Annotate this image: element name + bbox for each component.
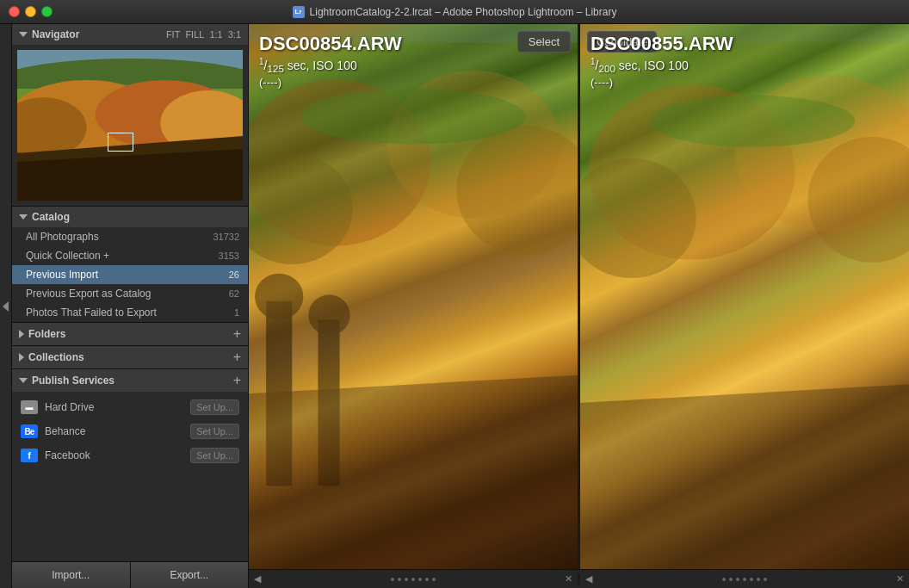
navigator-collapse-icon (19, 32, 28, 37)
left-rating: (----) (259, 76, 567, 89)
filmstrip-dot (418, 578, 422, 581)
filmstrip-left-scroll-left[interactable]: ◀ (254, 573, 261, 585)
nav-landscape-bg (17, 50, 243, 201)
collections-collapse-icon (19, 353, 24, 362)
behance-icon: Be (21, 424, 38, 438)
catalog-item-name: Photos That Failed to Export (26, 306, 234, 319)
catalog-item-name: Previous Import (26, 269, 229, 281)
left-exp-denom: 125 (267, 64, 283, 75)
catalog-item-count: 26 (229, 269, 239, 280)
publish-services-header[interactable]: Publish Services + (12, 369, 248, 392)
filmstrip-left-close[interactable]: ✕ (565, 573, 572, 585)
filmstrip-dot (729, 578, 733, 581)
filmstrip-dot (405, 578, 408, 581)
zoom-fill[interactable]: FILL (185, 29, 204, 40)
svg-point-13 (456, 126, 578, 255)
zoom-1-1[interactable]: 1:1 (209, 29, 222, 40)
filmstrip-dot (743, 578, 746, 581)
right-exp-denom: 200 (598, 64, 615, 75)
catalog-label: Catalog (32, 211, 70, 223)
navigator-header[interactable]: Navigator FIT FILL 1:1 3:1 (12, 24, 248, 45)
filmstrip-dot (425, 578, 429, 581)
collections-add-button[interactable]: + (233, 350, 241, 364)
navigator-label: Navigator (32, 28, 79, 40)
publish-item-left: f Facebook (21, 449, 90, 462)
filmstrip-dot (722, 578, 726, 581)
main-content: Select DSC00854.ARW 1/125 sec, ISO 100 (… (249, 24, 909, 588)
publish-add-button[interactable]: + (233, 374, 241, 387)
svg-point-24 (807, 137, 909, 263)
titlebar: Lr LightroomCatalog-2-2.lrcat – Adobe Ph… (0, 0, 909, 24)
svg-point-14 (300, 89, 525, 144)
zoom-fit[interactable]: FIT (166, 29, 181, 40)
catalog-item-prev-export[interactable]: Previous Export as Catalog 62 (12, 284, 248, 303)
right-exp-num: 1 (591, 57, 596, 66)
minimize-button[interactable] (25, 6, 36, 17)
hard-drive-setup-button[interactable]: Set Up... (190, 399, 239, 415)
svg-rect-17 (318, 319, 339, 486)
filmstrip-right: ◀ ✕ (580, 573, 909, 585)
publish-items: ▬ Hard Drive Set Up... Be Behance Set Up… (12, 392, 248, 471)
left-exposure: 1/125 sec, ISO 100 (259, 57, 567, 74)
catalog-item-quick-collection[interactable]: Quick Collection + 3153 (12, 246, 248, 265)
publish-item-name: Hard Drive (45, 401, 94, 413)
export-button[interactable]: Export... (131, 562, 249, 588)
facebook-setup-button[interactable]: Set Up... (190, 448, 239, 463)
left-exp-num: 1 (259, 57, 264, 66)
catalog-item-all-photos[interactable]: All Photographs 31732 (12, 227, 248, 246)
filmstrip-right-scroll-left[interactable]: ◀ (585, 573, 592, 585)
publish-item-behance[interactable]: Be Behance Set Up... (12, 419, 248, 443)
compare-view: Select DSC00854.ARW 1/125 sec, ISO 100 (… (249, 24, 909, 569)
filmstrip-left: ◀ ✕ (249, 573, 580, 585)
svg-rect-15 (266, 301, 292, 486)
folders-add-button[interactable]: + (233, 327, 241, 341)
catalog-item-count: 62 (229, 288, 239, 299)
folders-collapse-icon (19, 330, 24, 338)
navigator-zoom-options[interactable]: FIT FILL 1:1 3:1 (166, 29, 241, 40)
maximize-button[interactable] (41, 6, 53, 17)
filmstrip: ◀ ✕ ◀ (249, 569, 909, 588)
folders-header[interactable]: Folders + (12, 323, 248, 345)
publish-collapse-icon (19, 378, 28, 383)
photo-right-svg (580, 24, 909, 569)
folders-section: Folders + (12, 323, 248, 346)
zoom-3-1[interactable]: 3:1 (228, 29, 241, 40)
photo-panel-right: Candidate DSC00855.ARW 1/200 sec, ISO 10… (580, 24, 909, 569)
import-button[interactable]: Import... (12, 562, 131, 588)
close-button[interactable] (9, 6, 20, 17)
svg-point-12 (249, 153, 353, 264)
filmstrip-dot (411, 578, 415, 581)
navigator-preview (12, 45, 248, 206)
catalog-item-name: All Photographs (26, 231, 213, 243)
photo-left-background (249, 24, 578, 569)
right-exp-unit: sec, ISO 100 (619, 59, 689, 72)
catalog-item-failed-export[interactable]: Photos That Failed to Export 1 (12, 303, 248, 322)
publish-item-facebook[interactable]: f Facebook Set Up... (12, 443, 248, 467)
right-rating: (----) (591, 76, 899, 89)
filmstrip-dot (750, 578, 753, 581)
photo-right-background (580, 24, 909, 569)
collections-header[interactable]: Collections + (12, 346, 248, 368)
navigator-focus-rect (108, 133, 133, 152)
catalog-item-previous-import[interactable]: Previous Import 26 (12, 265, 248, 284)
catalog-item-name: Quick Collection + (26, 250, 219, 262)
behance-setup-button[interactable]: Set Up... (190, 424, 239, 439)
left-panel-toggle[interactable] (0, 24, 12, 588)
filmstrip-dots-right (722, 578, 767, 581)
panel-arrow-icon (3, 301, 9, 312)
collections-section: Collections + (12, 346, 248, 369)
catalog-items: All Photographs 31732 Quick Collection +… (12, 227, 248, 322)
publish-item-hard-drive[interactable]: ▬ Hard Drive Set Up... (12, 395, 248, 419)
right-exposure: 1/200 sec, ISO 100 (591, 57, 899, 74)
photo-left-svg (249, 24, 578, 569)
catalog-item-count: 3153 (219, 251, 239, 261)
catalog-header[interactable]: Catalog (12, 207, 248, 227)
filmstrip-dot (757, 578, 760, 581)
window-controls[interactable] (9, 6, 53, 17)
publish-item-name: Facebook (45, 449, 90, 461)
filmstrip-right-close[interactable]: ✕ (896, 573, 904, 585)
publish-services-section: Publish Services + ▬ Hard Drive Set Up..… (12, 369, 248, 471)
folders-label: Folders (28, 328, 65, 340)
publish-item-left: Be Behance (21, 424, 85, 438)
catalog-section: Catalog All Photographs 31732 Quick Coll… (12, 207, 248, 323)
